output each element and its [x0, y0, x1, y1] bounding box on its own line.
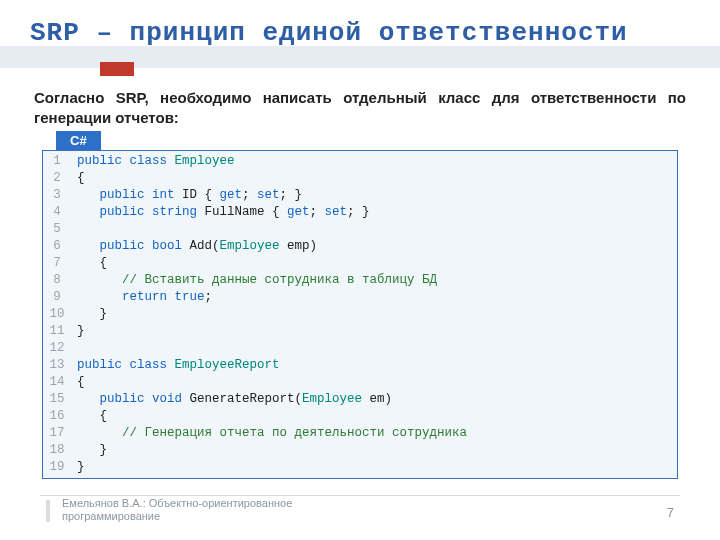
code-line: public int ID { get; set; }	[77, 187, 671, 204]
code-line: return true;	[77, 289, 671, 306]
code-line: }	[77, 459, 671, 476]
line-number: 8	[43, 272, 71, 289]
code-line: }	[77, 306, 671, 323]
line-number: 3	[43, 187, 71, 204]
code-line: public string FullName { get; set; }	[77, 204, 671, 221]
slide-title: SRP – принцип единой ответственности	[30, 18, 690, 48]
line-number: 19	[43, 459, 71, 476]
footer-text: Емельянов В.А.: Объектно-ориентированное…	[62, 497, 362, 525]
code-line	[77, 221, 671, 238]
page-number: 7	[667, 505, 674, 520]
code-gutter: 12345678910111213141516171819	[43, 151, 71, 478]
line-number: 11	[43, 323, 71, 340]
code-block: 12345678910111213141516171819 public cla…	[42, 150, 678, 479]
title-accent	[100, 62, 134, 76]
line-number: 4	[43, 204, 71, 221]
line-number: 14	[43, 374, 71, 391]
code-line: {	[77, 255, 671, 272]
line-number: 17	[43, 425, 71, 442]
code-line: {	[77, 408, 671, 425]
code-line: {	[77, 170, 671, 187]
code-line: // Генерация отчета по деятельности сотр…	[77, 425, 671, 442]
line-number: 10	[43, 306, 71, 323]
line-number: 7	[43, 255, 71, 272]
line-number: 16	[43, 408, 71, 425]
code-line: // Вставить данные сотрудника в таблицу …	[77, 272, 671, 289]
code-line: }	[77, 442, 671, 459]
code-line	[77, 340, 671, 357]
code-line: }	[77, 323, 671, 340]
line-number: 6	[43, 238, 71, 255]
code-line: public class EmployeeReport	[77, 357, 671, 374]
line-number: 1	[43, 153, 71, 170]
line-number: 13	[43, 357, 71, 374]
line-number: 15	[43, 391, 71, 408]
code-line: public bool Add(Employee emp)	[77, 238, 671, 255]
code-line: public void GenerateReport(Employee em)	[77, 391, 671, 408]
line-number: 5	[43, 221, 71, 238]
line-number: 9	[43, 289, 71, 306]
slide-subtitle: Согласно SRP, необходимо написать отдель…	[34, 88, 686, 129]
line-number: 12	[43, 340, 71, 357]
line-number: 2	[43, 170, 71, 187]
code-body: public class Employee{ public int ID { g…	[71, 151, 677, 478]
line-number: 18	[43, 442, 71, 459]
code-line: {	[77, 374, 671, 391]
code-language-badge: C#	[56, 131, 101, 150]
code-line: public class Employee	[77, 153, 671, 170]
